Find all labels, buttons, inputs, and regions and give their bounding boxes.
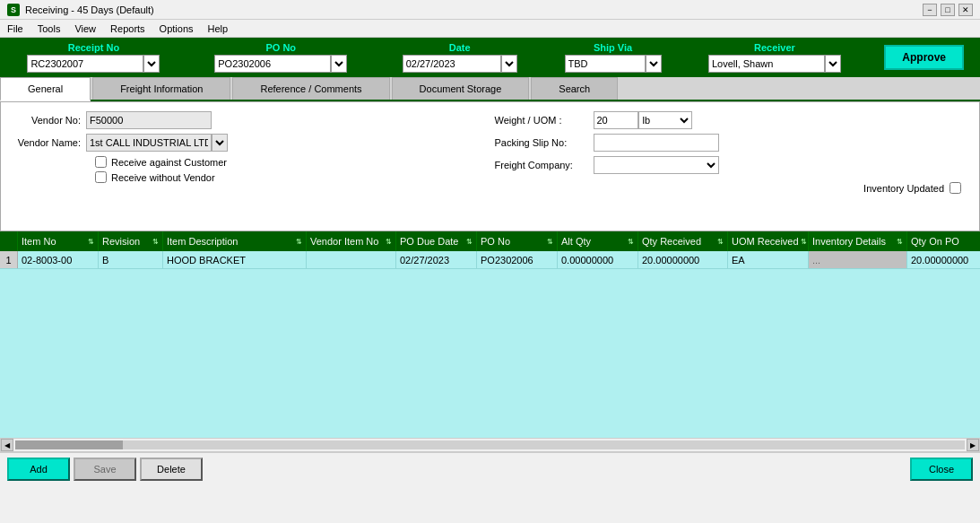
po-no-input[interactable] [214, 55, 331, 73]
date-dropdown[interactable]: ▼ [501, 55, 517, 73]
sort-icon-item-no: ⇅ [88, 238, 94, 246]
tab-freight[interactable]: Freight Information [92, 77, 230, 100]
vendor-no-label: Vendor No: [10, 115, 86, 126]
receipt-no-input[interactable] [27, 55, 143, 73]
menu-options[interactable]: Options [152, 22, 201, 36]
grid-header: Item No ⇅ Revision ⇅ Item Description ⇅ … [0, 231, 980, 251]
title-bar: S Receiving - 45 Days (Default) − □ ✕ [0, 0, 980, 20]
ship-via-input[interactable] [565, 55, 646, 73]
vendor-name-label: Vendor Name: [10, 137, 86, 148]
col-header-qty-recv[interactable]: Qty Received ⇅ [638, 231, 728, 251]
sort-icon-po-due: ⇅ [466, 238, 473, 246]
restore-button[interactable]: □ [941, 4, 955, 16]
scroll-left-arrow[interactable]: ◀ [1, 439, 13, 451]
receive-against-customer-row: Receive against Customer [95, 156, 486, 168]
receiver-dropdown[interactable]: ▼ [825, 55, 841, 73]
date-input[interactable] [403, 55, 501, 73]
title-text: Receiving - 45 Days (Default) [25, 4, 154, 15]
minimize-button[interactable]: − [923, 4, 937, 16]
date-label: Date [449, 42, 471, 53]
menu-file[interactable]: File [0, 22, 30, 36]
receive-against-customer-checkbox[interactable] [95, 156, 107, 168]
cell-uom-recv: EA [728, 251, 809, 268]
cell-po-due: 02/27/2023 [396, 251, 477, 268]
receive-without-vendor-label: Receive without Vendor [111, 172, 215, 183]
tab-document[interactable]: Document Storage [392, 77, 530, 100]
cell-item-desc: HOOD BRACKET [163, 251, 307, 268]
scroll-thumb[interactable] [15, 440, 123, 449]
col-header-uom-recv[interactable]: UOM Received ⇅ [728, 231, 809, 251]
col-header-po-no[interactable]: PO No ⇅ [477, 231, 558, 251]
cell-alt-qty: 0.00000000 [558, 251, 638, 268]
receive-against-customer-label: Receive against Customer [111, 157, 227, 168]
grid-section: Item No ⇅ Revision ⇅ Item Description ⇅ … [0, 231, 980, 438]
cell-qty-po: 20.00000000 [907, 251, 980, 268]
sort-icon-alt-qty: ⇅ [628, 238, 634, 246]
weight-uom-label: Weight / UOM : [495, 115, 594, 126]
receive-without-vendor-row: Receive without Vendor [95, 171, 486, 183]
col-header-vendor-item[interactable]: Vendor Item No ⇅ [307, 231, 396, 251]
sort-icon-po-no: ⇅ [547, 238, 553, 246]
sort-icon-qty-recv: ⇅ [717, 238, 724, 246]
col-header-item-desc[interactable]: Item Description ⇅ [163, 231, 307, 251]
delete-button[interactable]: Delete [140, 458, 203, 481]
sort-icon-revision: ⇅ [152, 238, 159, 246]
freight-company-select[interactable] [594, 156, 719, 174]
weight-input[interactable] [594, 111, 638, 129]
packing-slip-input[interactable] [594, 134, 719, 152]
ship-via-dropdown[interactable]: ▼ [646, 55, 662, 73]
header-bar: Receipt No ▼ PO No ▼ Date ▼ Ship Via ▼ R… [0, 38, 980, 77]
tab-bar: General Freight Information Reference / … [0, 77, 980, 101]
sort-icon-inv-det: ⇅ [897, 238, 903, 246]
tab-search[interactable]: Search [531, 77, 618, 100]
cell-revision: B [99, 251, 163, 268]
sort-icon-uom-recv: ⇅ [801, 238, 807, 246]
receive-without-vendor-checkbox[interactable] [95, 171, 107, 183]
vendor-name-dropdown[interactable]: ▼ [212, 134, 228, 152]
cell-qty-recv: 20.00000000 [638, 251, 728, 268]
col-header-alt-qty[interactable]: Alt Qty ⇅ [558, 231, 638, 251]
sort-icon-vendor-item: ⇅ [386, 238, 392, 246]
receiver-input[interactable] [708, 55, 825, 73]
ship-via-label: Ship Via [594, 42, 632, 53]
scroll-track[interactable] [15, 440, 965, 449]
po-no-dropdown[interactable]: ▼ [331, 55, 347, 73]
inventory-updated-checkbox[interactable] [950, 182, 961, 194]
horizontal-scrollbar[interactable]: ◀ ▶ [0, 438, 980, 452]
col-header-revision[interactable]: Revision ⇅ [99, 231, 163, 251]
packing-slip-label: Packing Slip No: [495, 137, 594, 148]
cell-vendor-item [307, 251, 396, 268]
po-no-label: PO No [265, 42, 296, 53]
close-button[interactable]: ✕ [958, 4, 973, 16]
row-number: 1 [0, 251, 18, 268]
cell-po-no: PO2302006 [477, 251, 558, 268]
inventory-updated-label: Inventory Updated [863, 183, 944, 194]
approve-button[interactable]: Approve [884, 45, 964, 70]
tab-reference[interactable]: Reference / Comments [232, 77, 389, 100]
vendor-no-input [86, 111, 212, 129]
menu-view[interactable]: View [67, 22, 103, 36]
menu-help[interactable]: Help [201, 22, 236, 36]
col-header-inv-det[interactable]: Inventory Details ⇅ [809, 231, 907, 251]
tab-general[interactable]: General [0, 77, 91, 101]
col-header-qty-po[interactable]: Qty On PO ⇅ [907, 231, 980, 251]
cell-inv-det: ... [809, 251, 907, 268]
general-panel: Vendor No: Vendor Name: ▼ Receive agains… [0, 101, 980, 231]
close-button[interactable]: Close [910, 458, 973, 481]
table-row[interactable]: 1 02-8003-00 B HOOD BRACKET 02/27/2023 P… [0, 251, 980, 269]
vendor-name-input[interactable] [86, 134, 212, 152]
col-header-po-due[interactable]: PO Due Date ⇅ [396, 231, 477, 251]
save-button[interactable]: Save [74, 458, 136, 481]
sort-icon-item-desc: ⇅ [296, 238, 302, 246]
menu-tools[interactable]: Tools [30, 22, 68, 36]
uom-select[interactable]: lb [638, 111, 692, 129]
receipt-no-dropdown[interactable]: ▼ [143, 55, 160, 73]
inventory-updated-row: Inventory Updated [495, 182, 962, 194]
scroll-right-arrow[interactable]: ▶ [967, 439, 979, 451]
menu-reports[interactable]: Reports [103, 22, 152, 36]
col-header-item-no[interactable]: Item No ⇅ [18, 231, 99, 251]
grid-body: 1 02-8003-00 B HOOD BRACKET 02/27/2023 P… [0, 251, 980, 438]
receiver-label: Receiver [754, 42, 795, 53]
add-button[interactable]: Add [7, 458, 70, 481]
menu-bar: File Tools View Reports Options Help [0, 20, 980, 38]
